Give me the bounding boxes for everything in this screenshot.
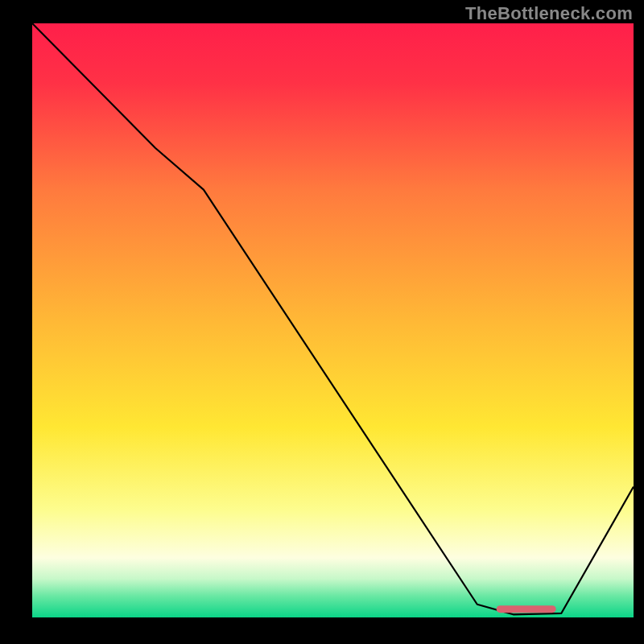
gradient-background	[32, 23, 634, 617]
attribution-text: TheBottleneck.com	[465, 3, 633, 24]
plot-area	[32, 23, 634, 617]
chart-svg	[32, 23, 634, 617]
chart-frame: TheBottleneck.com	[0, 0, 644, 644]
